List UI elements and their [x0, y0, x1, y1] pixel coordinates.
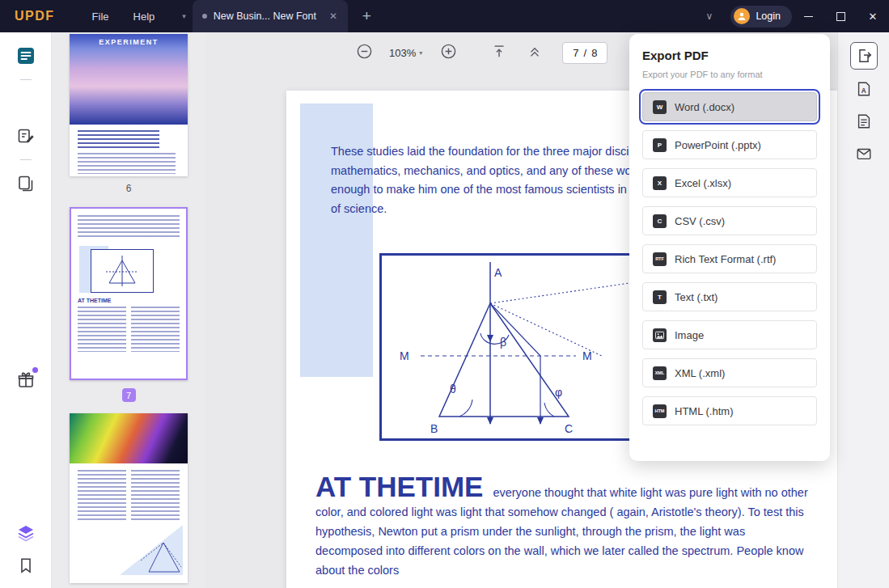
mail-share-button[interactable] [851, 141, 877, 167]
export-pdf-tool-button[interactable] [850, 42, 878, 70]
divider [20, 159, 32, 160]
pages-icon [16, 174, 36, 193]
notification-dot [32, 367, 38, 373]
close-button[interactable]: ✕ [857, 0, 889, 32]
doc-tool-button[interactable] [851, 108, 877, 134]
text-lines [131, 470, 180, 522]
minimize-button[interactable] [792, 0, 824, 32]
organize-pages-button[interactable] [12, 170, 40, 197]
edit-icon [16, 126, 36, 146]
thumbnail-page-6[interactable]: EXPERIMENT [70, 34, 188, 176]
menu-file[interactable]: File [92, 11, 109, 23]
image-file-icon [653, 328, 667, 342]
intro-line: mathematics, mechanics, and optics, and … [331, 162, 632, 181]
thumbnail-page-7-selected[interactable]: AT THETIME [70, 207, 188, 380]
updf-app: UPDF File Help ▾ New Busin... New Font ✕… [0, 0, 889, 588]
export-panel-subtitle: Export your PDF to any format [642, 70, 817, 79]
page-6-label: 6 [126, 183, 132, 194]
export-option-label: Text (.txt) [675, 291, 718, 303]
export-option-label: CSV (.csv) [675, 215, 725, 227]
comment-tool-button[interactable] [12, 42, 40, 70]
export-option-html[interactable]: HTM HTML (.htm) [642, 396, 817, 425]
maximize-button[interactable] [824, 0, 857, 32]
login-button[interactable]: Login [730, 6, 792, 27]
bookmark-button[interactable] [12, 552, 40, 579]
zoom-out-button[interactable] [356, 43, 373, 63]
previous-page-button[interactable] [527, 43, 543, 62]
diagram-label-c: C [565, 422, 573, 435]
tab-title: New Busin... New Font [214, 11, 316, 22]
minimize-icon [804, 16, 813, 17]
page7-diagram-thumb [78, 246, 180, 294]
page-heading: AT THETIME [315, 471, 483, 502]
left-toolbar [0, 32, 52, 588]
page6-text-block [70, 125, 188, 176]
export-option-powerpoint[interactable]: P PowerPoint (.pptx) [642, 130, 817, 159]
new-tab-button[interactable]: + [362, 7, 371, 25]
login-label: Login [756, 11, 781, 22]
layers-button[interactable] [12, 519, 40, 547]
tab-close-icon[interactable]: ✕ [329, 11, 337, 22]
export-option-csv[interactable]: C CSV (.csv) [642, 206, 817, 235]
edit-tool-button[interactable] [12, 122, 40, 150]
thumbnail-panel: EXPERIMENT 6 AT THETIME [52, 32, 205, 588]
word-file-icon: W [653, 100, 667, 114]
document-tab[interactable]: New Busin... New Font ✕ [193, 0, 348, 32]
zoom-out-icon [356, 43, 373, 60]
html-file-icon: HTM [653, 404, 667, 418]
pdfa-convert-button[interactable]: A [851, 76, 877, 102]
export-option-rtf[interactable]: RTF Rich Text Format (.rtf) [642, 244, 817, 273]
envelope-icon [855, 145, 873, 163]
account-chevron-icon[interactable]: ∨ [706, 11, 713, 22]
diagram-label-phi: φ [555, 386, 562, 399]
export-option-word[interactable]: W Word (.docx) [642, 92, 817, 121]
thumbnail-page-8[interactable] [70, 413, 188, 583]
double-chevron-up-icon [527, 43, 543, 59]
page-separator: / [584, 47, 587, 59]
page7-columns [78, 307, 180, 352]
export-option-label: XML (.xml) [675, 367, 725, 379]
text-lines [78, 470, 126, 522]
right-toolbar: A [837, 32, 889, 588]
promotions-button[interactable] [12, 366, 40, 394]
export-option-excel[interactable]: X Excel (.xlsx) [642, 168, 817, 197]
diagram-label-beta: β [500, 336, 506, 349]
page-indicator[interactable]: 7 / 8 [562, 42, 607, 64]
text-lines [78, 153, 176, 174]
excel-file-icon: X [653, 176, 667, 190]
updf-logo: UPDF [15, 9, 55, 23]
export-pdf-panel: Export PDF Export your PDF to any format… [629, 34, 830, 461]
total-pages: 8 [591, 47, 597, 59]
bookmark-icon [17, 556, 35, 574]
export-option-label: PowerPoint (.pptx) [675, 139, 761, 151]
export-option-image[interactable]: Image [642, 320, 817, 349]
diagram-label-a: A [494, 266, 502, 279]
menu-help[interactable]: Help [133, 11, 155, 23]
close-icon: ✕ [869, 11, 878, 23]
page6-cover-image: EXPERIMENT [70, 34, 188, 125]
diagram-label-b: B [430, 422, 438, 435]
zoom-level-dropdown[interactable]: 103% ▾ [389, 47, 422, 59]
diagram-label-m-left: M [400, 349, 409, 362]
titlebar: UPDF File Help ▾ New Busin... New Font ✕… [0, 0, 889, 32]
export-option-text[interactable]: T Text (.txt) [642, 282, 817, 311]
diagram-mini [91, 249, 154, 293]
tab-list-chevron-icon[interactable]: ▾ [182, 12, 186, 20]
csv-file-icon: C [653, 214, 667, 228]
zoom-in-button[interactable] [440, 43, 457, 63]
comment-icon [15, 45, 36, 66]
maximize-icon [836, 12, 845, 21]
text-lines [78, 130, 159, 148]
zoom-in-icon [440, 43, 457, 60]
xml-file-icon: XML [653, 366, 667, 380]
page8-prism-figure [120, 525, 183, 575]
avatar-icon [734, 8, 750, 24]
divider [20, 79, 32, 80]
titlebar-right: ∨ Login ✕ [706, 0, 889, 32]
intro-line: These studies laid the foundation for th… [331, 142, 632, 162]
diagram-label-theta: θ [450, 383, 456, 396]
export-option-xml[interactable]: XML XML (.xml) [642, 358, 817, 387]
collapse-top-icon [491, 43, 507, 59]
scroll-to-top-button[interactable] [491, 43, 507, 62]
pdfa-letter: A [861, 87, 866, 95]
